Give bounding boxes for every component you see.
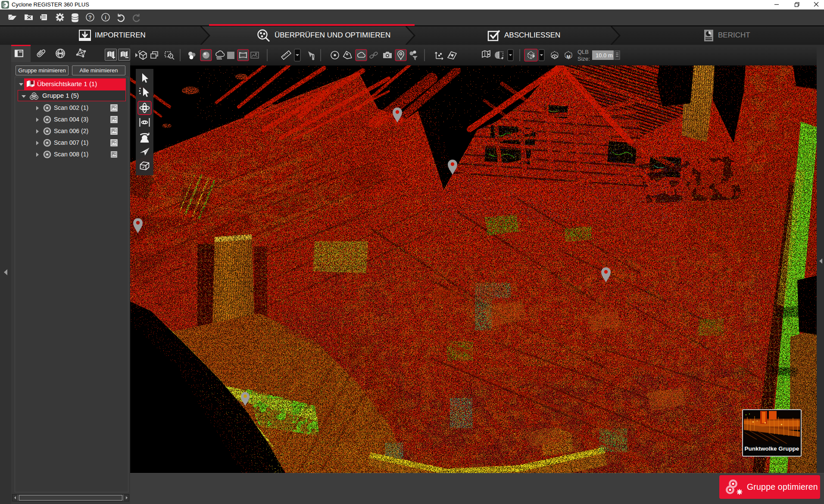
- svg-text:Size:: Size:: [577, 56, 590, 62]
- svg-text:QLB: QLB: [577, 49, 589, 55]
- svg-text:?: ?: [88, 15, 91, 21]
- svg-text:10.0 m: 10.0 m: [596, 52, 613, 59]
- svg-text:M: M: [566, 54, 570, 59]
- svg-text:i: i: [105, 15, 106, 21]
